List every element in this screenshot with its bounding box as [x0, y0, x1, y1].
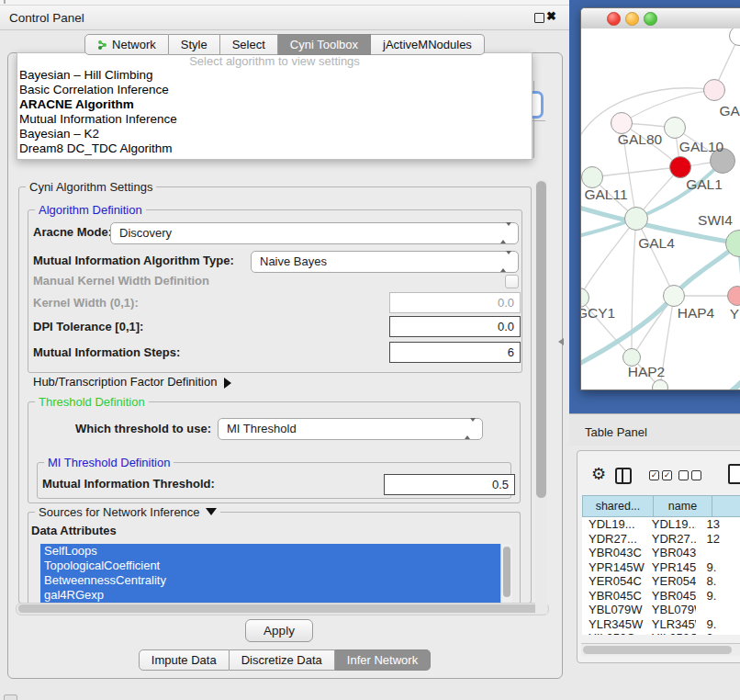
dpi-tolerance-field[interactable]: 0.0 — [389, 316, 521, 337]
scrollbar-thumb[interactable] — [583, 646, 732, 654]
table-cell: YIL052C — [645, 631, 697, 635]
close-traffic-light[interactable] — [607, 12, 621, 26]
column-header-extra[interactable] — [712, 495, 740, 517]
manual-kernel-checkbox[interactable] — [505, 275, 519, 288]
table-horizontal-scrollbar[interactable] — [581, 643, 740, 656]
table-cell: YBL079W — [645, 603, 697, 617]
select-all-icon[interactable]: ✓✓ — [649, 470, 672, 480]
table-row[interactable]: YPR145WYPR145W9. — [582, 560, 740, 575]
group-title: Sources for Network Inference — [35, 505, 220, 521]
table-panel-body: ⚙ ✓✓ shared... name YDL19...YDL19...13YD… — [577, 450, 740, 663]
algorithm-option-bayesian-hill-climbing[interactable]: Bayesian – Hill Climbing — [17, 68, 532, 83]
which-threshold-select[interactable]: MI Threshold — [218, 418, 483, 440]
document-icon[interactable] — [728, 464, 740, 484]
tab-label: Discretize Data — [241, 650, 322, 670]
kernel-width-field[interactable]: 0.0 — [389, 292, 521, 313]
scrollbar-thumb[interactable] — [18, 604, 544, 613]
table-cell: 12 — [696, 532, 740, 547]
tab-infer-network[interactable]: Infer Network — [335, 649, 431, 671]
tab-jactivemnodules[interactable]: jActiveMNodules — [371, 34, 485, 55]
scrollbar-thumb[interactable] — [536, 181, 546, 498]
tab-label: Cyni Toolbox — [290, 35, 358, 54]
zoom-traffic-light[interactable] — [644, 12, 657, 26]
gear-icon[interactable]: ⚙ — [591, 466, 606, 482]
columns-icon[interactable] — [615, 468, 632, 484]
mi-threshold-field[interactable]: 0.5 — [384, 474, 515, 495]
attribute-item[interactable]: SelfLoops — [40, 544, 500, 559]
manual-kernel-label: Manual Kernel Width Definition — [33, 274, 209, 288]
mi-type-select[interactable]: Naive Bayes — [251, 251, 519, 273]
algorithm-option-bayesian-k2[interactable]: Bayesian – K2 — [17, 127, 532, 141]
table-panel-title: Table Panel — [585, 425, 647, 439]
group-title: Algorithm Definition — [35, 203, 146, 217]
table-cell: YBR045C — [582, 589, 645, 604]
close-icon[interactable]: ✖ — [546, 9, 556, 23]
algorithm-option-aracne-algorithm[interactable]: ARACNE Algorithm — [17, 97, 532, 112]
node-label: Y — [730, 306, 739, 322]
table-row[interactable]: YDR27...YDR27...12 — [582, 532, 740, 547]
table-row[interactable]: YBR045CYBR045C9. — [582, 589, 740, 604]
table-cell: YER054C — [645, 574, 697, 589]
network-node-gal11[interactable] — [581, 166, 603, 188]
tab-label: Style — [181, 35, 207, 54]
column-header-shared[interactable]: shared... — [582, 495, 653, 517]
algorithm-option-mutual-information-inference[interactable]: Mutual Information Inference — [17, 112, 532, 127]
aracne-mode-value: Discovery — [119, 226, 172, 240]
column-header-name[interactable]: name — [653, 495, 712, 517]
tab-label: jActiveMNodules — [383, 35, 472, 54]
network-node-gal1[interactable] — [669, 156, 691, 178]
network-node-gal10[interactable] — [664, 117, 686, 139]
node-label: GAL11 — [584, 186, 627, 203]
tab-label: Select — [232, 35, 265, 54]
attribute-item[interactable]: BetweennessCentrality — [40, 573, 500, 588]
algorithm-option-basic-correlation-inference[interactable]: Basic Correlation Inference — [17, 83, 532, 97]
network-window-titlebar[interactable] — [581, 8, 740, 29]
algorithm-option-dream8-dc-tdc-algorithm[interactable]: Dream8 DC_TDC Algorithm — [17, 141, 532, 156]
minimized-panel-icon[interactable] — [4, 694, 17, 700]
table-row[interactable]: YBL079WYBL079W — [582, 603, 740, 617]
group-title: Cyni Algorithm Settings — [26, 180, 156, 194]
network-node-hap4[interactable] — [663, 285, 685, 307]
deselect-all-icon[interactable] — [678, 470, 701, 480]
table-cell: YPR145W — [645, 560, 697, 575]
group-title: Threshold Definition — [35, 395, 149, 409]
hub-definition-expander[interactable]: Hub/Transcription Factor Definition — [33, 375, 237, 389]
stepper-icon — [500, 223, 511, 243]
node-label: HAP4 — [678, 305, 715, 322]
table-cell — [696, 603, 740, 617]
mi-steps-field[interactable]: 6 — [389, 342, 521, 363]
attributes-scrollbar[interactable] — [500, 544, 512, 603]
settings-vertical-scrollbar[interactable] — [535, 179, 547, 614]
panel-divider-arrow[interactable] — [555, 338, 564, 345]
tab-select[interactable]: Select — [220, 34, 278, 55]
minimize-traffic-light[interactable] — [625, 12, 639, 26]
table-row[interactable]: YBR043CYBR043C — [582, 546, 740, 560]
settings-horizontal-scrollbar[interactable] — [16, 603, 549, 615]
attribute-item[interactable]: gal4RGexp — [40, 588, 500, 603]
table-cell: YBR043C — [645, 546, 697, 560]
table-row[interactable]: YDL19...YDL19...13 — [582, 517, 740, 532]
table-cell: YBL079W — [582, 603, 645, 617]
tab-style[interactable]: Style — [169, 34, 220, 55]
table-cell: YDL19... — [645, 517, 697, 532]
network-node[interactable] — [652, 379, 668, 390]
tab-impute-data[interactable]: Impute Data — [139, 649, 230, 671]
network-node-gal[interactable] — [703, 79, 725, 101]
sources-title: Sources for Network Inference — [39, 505, 200, 519]
scrollbar-thumb[interactable] — [503, 547, 510, 597]
float-icon[interactable] — [534, 13, 544, 23]
network-node-gal4[interactable] — [624, 207, 648, 231]
tab-discretize-data[interactable]: Discretize Data — [230, 649, 335, 671]
data-attributes-list: SelfLoopsTopologicalCoefficientBetweenne… — [40, 544, 500, 603]
tab-network[interactable]: Network — [84, 34, 169, 55]
table-row[interactable]: YIL052CYIL052C9 — [582, 631, 740, 635]
apply-button[interactable]: Apply — [245, 619, 313, 642]
triangle-down-icon[interactable] — [206, 508, 217, 521]
aracne-mode-select[interactable]: Discovery — [110, 222, 519, 244]
table-cell: YDL19... — [582, 517, 645, 532]
attribute-item[interactable]: TopologicalCoefficient — [40, 559, 500, 573]
table-row[interactable]: YER054CYER054C8. — [582, 574, 740, 589]
table-row[interactable]: YLR345WYLR345W9. — [582, 617, 740, 632]
tab-cyni-toolbox[interactable]: Cyni Toolbox — [278, 34, 371, 55]
network-canvas[interactable]: GALGAL80GAL10GAL1GAL11GAL4SWI4GCY1HAP4YH… — [581, 28, 740, 390]
